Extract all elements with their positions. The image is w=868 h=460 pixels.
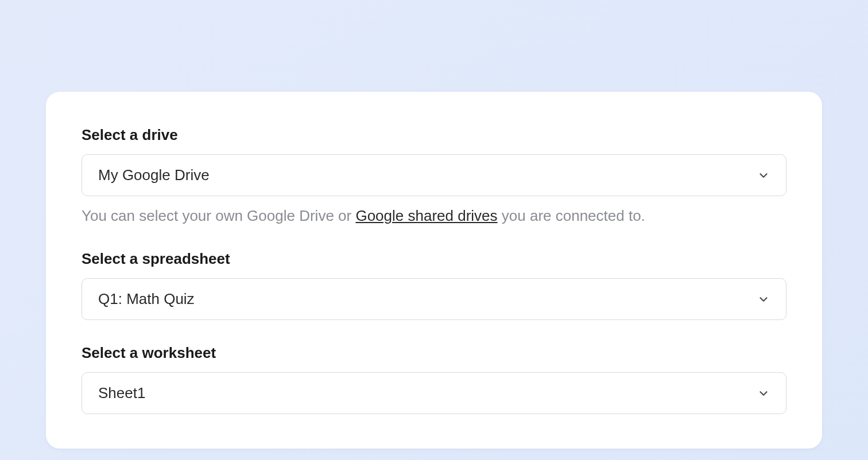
worksheet-select[interactable]: Sheet1 xyxy=(82,372,786,414)
drive-select[interactable]: My Google Drive xyxy=(82,154,786,196)
drive-helper-suffix: you are connected to. xyxy=(498,207,645,224)
chevron-down-icon xyxy=(757,293,770,306)
spreadsheet-label: Select a spreadsheet xyxy=(82,250,786,268)
drive-field-group: Select a drive My Google Drive You can s… xyxy=(82,126,786,226)
spreadsheet-select[interactable]: Q1: Math Quiz xyxy=(82,278,786,320)
drive-helper-prefix: You can select your own Google Drive or xyxy=(82,207,355,224)
shared-drives-link[interactable]: Google shared drives xyxy=(355,207,497,224)
spreadsheet-select-value: Q1: Math Quiz xyxy=(98,290,195,308)
worksheet-field-group: Select a worksheet Sheet1 xyxy=(82,344,786,414)
drive-label: Select a drive xyxy=(82,126,786,144)
spreadsheet-field-group: Select a spreadsheet Q1: Math Quiz xyxy=(82,250,786,320)
drive-select-value: My Google Drive xyxy=(98,166,210,184)
chevron-down-icon xyxy=(757,169,770,182)
worksheet-select-value: Sheet1 xyxy=(98,384,145,402)
settings-card: Select a drive My Google Drive You can s… xyxy=(46,92,822,449)
chevron-down-icon xyxy=(757,387,770,400)
drive-helper-text: You can select your own Google Drive or … xyxy=(82,205,786,226)
worksheet-label: Select a worksheet xyxy=(82,344,786,362)
